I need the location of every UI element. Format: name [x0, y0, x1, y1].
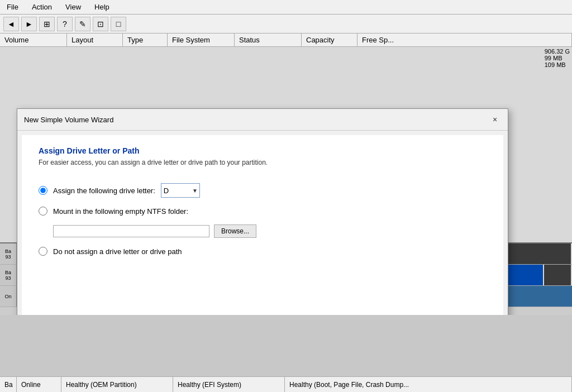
status-cell-oem: Healthy (OEM Partition): [61, 377, 173, 392]
mount-folder-label: Mount in the following empty NTFS folder…: [53, 207, 188, 216]
drive-letter-select-wrapper: D E F G: [161, 183, 200, 198]
toolbar-edit[interactable]: ✎: [75, 17, 90, 31]
dialog-titlebar: New Simple Volume Wizard ×: [17, 109, 508, 131]
col-type: Type: [123, 34, 168, 46]
status-cell-1: Ba: [0, 377, 17, 392]
browse-button[interactable]: Browse...: [214, 224, 256, 238]
dialog-title: New Simple Volume Wizard: [24, 116, 113, 124]
col-layout: Layout: [67, 34, 123, 46]
no-assign-label: Do not assign a drive letter or drive pa…: [53, 247, 182, 256]
status-cell-boot: Healthy (Boot, Page File, Crash Dump...: [285, 377, 572, 392]
status-cell-online: Online: [17, 377, 61, 392]
menu-help[interactable]: Help: [92, 3, 112, 11]
dialog-close-button[interactable]: ×: [489, 113, 501, 126]
menu-bar: File Action View Help: [0, 0, 572, 15]
status-cell-efi: Healthy (EFI System): [173, 377, 285, 392]
folder-path-input[interactable]: [53, 225, 209, 237]
dialog-overlay: New Simple Volume Wizard × Assign Drive …: [0, 47, 572, 315]
menu-action[interactable]: Action: [30, 3, 54, 11]
option-row-1: Assign the following drive letter: D E F…: [39, 183, 487, 198]
folder-input-row: Browse...: [53, 224, 487, 238]
drive-letter-select[interactable]: D E F G: [161, 183, 200, 198]
col-status: Status: [235, 34, 302, 46]
capacity-2: 99 MB: [545, 55, 570, 61]
capacity-1: 906.32 G: [545, 48, 570, 55]
col-volume: Volume: [0, 34, 67, 46]
mount-folder-radio[interactable]: [39, 207, 47, 216]
toolbar-view[interactable]: ⊡: [93, 17, 108, 31]
dialog-subtext: For easier access, you can assign a driv…: [39, 159, 487, 166]
col-freespace: Free Sp...: [358, 34, 572, 46]
menu-view[interactable]: View: [63, 3, 83, 11]
wizard-dialog: New Simple Volume Wizard × Assign Drive …: [17, 108, 508, 315]
toolbar: ◄ ► ⊞ ? ✎ ⊡ □: [0, 15, 572, 34]
col-capacity: Capacity: [302, 34, 358, 46]
option-row-3: Do not assign a drive letter or drive pa…: [39, 247, 487, 256]
toolbar-forward[interactable]: ►: [21, 17, 37, 31]
menu-file[interactable]: File: [4, 3, 21, 11]
no-assign-radio[interactable]: [39, 247, 47, 256]
capacity-3: 109 MB: [545, 61, 570, 68]
toolbar-help[interactable]: ?: [57, 17, 73, 31]
assign-letter-radio[interactable]: [39, 186, 47, 195]
option-row-2: Mount in the following empty NTFS folder…: [39, 207, 487, 216]
toolbar-back[interactable]: ◄: [3, 17, 19, 31]
assign-letter-label: Assign the following drive letter:: [53, 187, 155, 195]
toolbar-window[interactable]: □: [111, 17, 126, 31]
status-bar: Ba Online Healthy (OEM Partition) Health…: [0, 376, 572, 392]
col-filesystem: File System: [168, 34, 235, 46]
dialog-heading: Assign Drive Letter or Path: [39, 146, 487, 155]
dialog-body: Assign Drive Letter or Path For easier a…: [22, 135, 503, 315]
column-headers: Volume Layout Type File System Status Ca…: [0, 34, 572, 47]
toolbar-list[interactable]: ⊞: [39, 17, 55, 31]
